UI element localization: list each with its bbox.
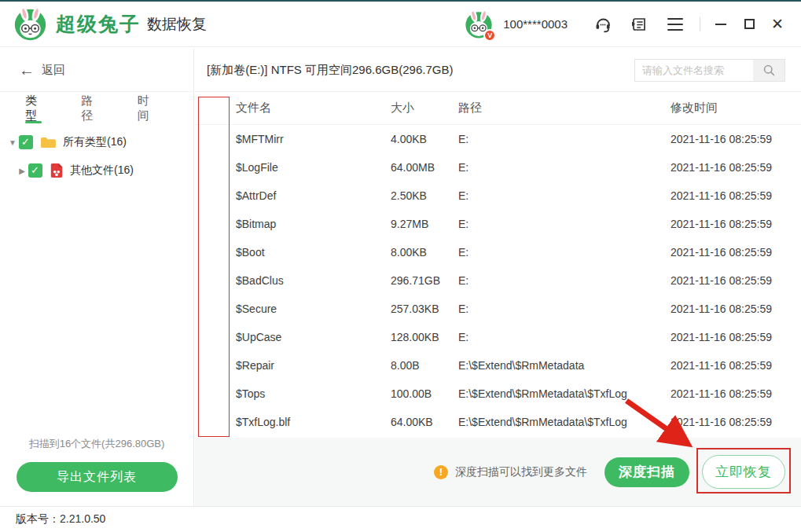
footer-bar: 版本号：2.21.0.50 — [0, 506, 801, 532]
table-row[interactable]: $LogFile 64.00MB E: 2021-11-16 08:25:59 — [195, 153, 801, 182]
cell-size: 257.03KB — [391, 303, 458, 315]
table-row[interactable]: $AttrDef 2.50KB E: 2021-11-16 08:25:59 — [195, 182, 801, 210]
table-row[interactable]: $TxfLog.blf 64.00KB E:\$Extend\$RmMetada… — [195, 408, 801, 436]
maximize-button[interactable] — [737, 13, 761, 36]
tab-path[interactable]: 路径 — [81, 92, 97, 125]
cell-size: 128.00KB — [391, 331, 458, 343]
tab-type[interactable]: 类型 — [25, 92, 42, 125]
table-row[interactable]: $Secure 257.03KB E: 2021-11-16 08:25:59 — [195, 295, 801, 323]
table-row[interactable]: $Repair 8.00B E:\$Extend\$RmMetadata 202… — [195, 351, 801, 380]
cell-size: 100.00B — [391, 387, 458, 400]
cell-path: E:\$Extend\$RmMetadata\$TxfLog — [458, 387, 671, 400]
deep-scan-hint: 深度扫描可以找到更多文件 — [455, 465, 587, 479]
tree-item-all-types[interactable]: ▼ 所有类型(16) — [0, 128, 193, 156]
search-input[interactable] — [635, 60, 753, 81]
column-header-path[interactable]: 路径 — [458, 101, 671, 116]
cell-modified: 2021-11-16 08:25:59 — [671, 161, 801, 174]
version-label: 版本号：2.21.0.50 — [16, 512, 105, 526]
cell-filename: $Bitmap — [236, 218, 391, 230]
cell-path: E: — [458, 218, 671, 230]
tab-time[interactable]: 时间 — [138, 92, 154, 125]
column-header-filename[interactable]: 文件名 — [236, 101, 391, 116]
cell-modified: 2021-11-16 08:25:59 — [671, 387, 801, 400]
cell-filename: $AttrDef — [236, 189, 391, 202]
cell-size: 2.50KB — [391, 189, 458, 202]
tree-checkbox[interactable] — [19, 135, 33, 149]
back-arrow-icon: ← — [19, 62, 35, 78]
warning-icon: ! — [434, 465, 448, 479]
feedback-icon[interactable] — [629, 14, 649, 35]
cell-size: 64.00KB — [391, 416, 458, 428]
table-row[interactable]: $Tops 100.00B E:\$Extend\$RmMetadata\$Tx… — [195, 380, 801, 408]
cell-size: 4.00KB — [391, 133, 458, 145]
vip-badge: V — [483, 29, 496, 42]
back-label: 返回 — [42, 63, 65, 78]
cell-modified: 2021-11-16 08:25:59 — [671, 274, 801, 287]
column-header-size[interactable]: 大小 — [391, 101, 458, 116]
user-avatar[interactable]: V — [464, 9, 494, 39]
cell-modified: 2021-11-16 08:25:59 — [671, 359, 801, 372]
app-logo-rabbit-icon — [13, 6, 48, 42]
app-title: 超级兔子 — [56, 11, 141, 37]
cell-size: 64.00MB — [391, 161, 458, 174]
cell-filename: $Secure — [236, 303, 391, 315]
cell-path: E: — [458, 133, 671, 145]
cell-modified: 2021-11-16 08:25:59 — [671, 416, 801, 428]
titlebar-right: V 100****0003 — [464, 9, 792, 39]
caret-right-icon[interactable]: ▶ — [16, 167, 28, 175]
search-button[interactable] — [753, 60, 784, 81]
tree-label: 其他文件(16) — [70, 163, 134, 178]
search-box — [634, 59, 785, 82]
deep-scan-button[interactable]: 深度扫描 — [604, 457, 689, 487]
caret-down-icon[interactable]: ▼ — [6, 138, 19, 147]
cell-modified: 2021-11-16 08:25:59 — [671, 133, 801, 145]
cell-path: E: — [458, 246, 671, 259]
menu-icon[interactable] — [665, 14, 685, 35]
cell-size: 9.27MB — [391, 218, 458, 230]
window-top-border — [0, 0, 801, 2]
cell-path: E: — [458, 303, 671, 315]
tree-label: 所有类型(16) — [63, 135, 127, 149]
back-button[interactable]: ← 返回 — [0, 49, 193, 92]
column-header-modified[interactable]: 修改时间 — [671, 101, 801, 116]
cell-size: 8.00KB — [391, 246, 458, 259]
cell-filename: $LogFile — [236, 161, 391, 174]
cell-path: E:\$Extend\$RmMetadata — [458, 359, 671, 372]
close-button[interactable]: ✕ — [766, 13, 789, 36]
cell-path: E:\$Extend\$RmMetadata\$TxfLog — [458, 416, 671, 428]
table-row[interactable]: $BadClus 296.71GB E: 2021-11-16 08:25:59 — [195, 266, 801, 295]
sidebar: ← 返回 类型 路径 时间 ▼ 所有类型(16) ▶ — [0, 49, 194, 506]
table-row[interactable]: $MFTMirr 4.00KB E: 2021-11-16 08:25:59 — [195, 125, 801, 153]
tree-item-other-files[interactable]: ▶ 其他文件(16) — [0, 156, 193, 185]
cell-filename: $TxfLog.blf — [236, 416, 391, 428]
minimize-button[interactable] — [709, 13, 733, 36]
table-row[interactable]: $Boot 8.00KB E: 2021-11-16 08:25:59 — [195, 238, 801, 266]
cell-size: 8.00B — [391, 359, 458, 372]
tree-checkbox[interactable] — [28, 163, 42, 178]
cell-path: E: — [458, 274, 671, 287]
action-bar: ! 深度扫描可以找到更多文件 深度扫描 立即恢复 — [195, 438, 801, 506]
cell-filename: $Tops — [236, 387, 391, 400]
customer-service-icon[interactable] — [593, 14, 613, 35]
titlebar-separator — [700, 17, 700, 31]
cell-path: E: — [458, 189, 671, 202]
file-type-tree: ▼ 所有类型(16) ▶ 其他文件(16) — [0, 125, 193, 185]
table-row[interactable]: $UpCase 128.00KB E: 2021-11-16 08:25:59 — [195, 323, 801, 351]
account-id[interactable]: 100****0003 — [503, 17, 568, 31]
volume-info-bar: [新加卷(E:)] NTFS 可用空间296.6GB(296.7GB) — [195, 49, 801, 92]
table-row[interactable]: $Bitmap 9.27MB E: 2021-11-16 08:25:59 — [195, 210, 801, 238]
table-header: 文件名 大小 路径 修改时间 — [195, 92, 801, 125]
cell-path: E: — [458, 331, 671, 343]
folder-icon — [40, 136, 57, 149]
cell-filename: $Repair — [236, 359, 391, 372]
misc-file-icon — [50, 163, 64, 178]
cell-filename: $BadClus — [236, 274, 391, 287]
export-file-list-button[interactable]: 导出文件列表 — [17, 462, 178, 492]
sidebar-bottom: 扫描到16个文件(共296.80GB) 导出文件列表 — [0, 437, 193, 492]
cell-modified: 2021-11-16 08:25:59 — [671, 303, 801, 315]
cell-modified: 2021-11-16 08:25:59 — [671, 246, 801, 259]
cell-modified: 2021-11-16 08:25:59 — [671, 331, 801, 343]
cell-filename: $Boot — [236, 246, 391, 259]
app-subtitle: 数据恢复 — [147, 14, 207, 35]
recover-now-button[interactable]: 立即恢复 — [702, 455, 785, 489]
